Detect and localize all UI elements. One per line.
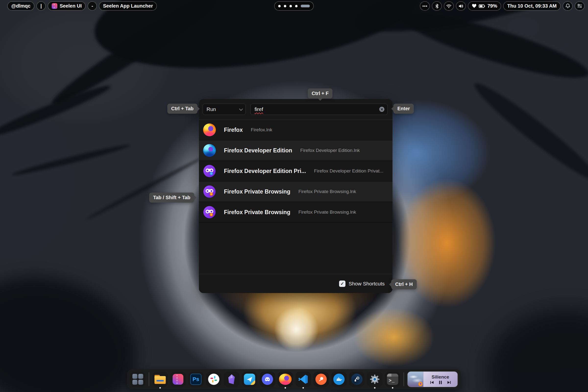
- file-explorer-icon: [154, 375, 166, 384]
- workspace-dot[interactable]: [290, 5, 292, 7]
- result-row-firefox-private[interactable]: Firefox Private Browsing Firefox Private…: [199, 182, 392, 202]
- result-row-firefox-developer[interactable]: Firefox Developer Edition Firefox Develo…: [199, 140, 392, 161]
- discord-icon: [262, 374, 273, 385]
- launcher-header: Run firef ✕: [199, 99, 392, 120]
- next-track-button[interactable]: [447, 380, 451, 384]
- dock-item-settings[interactable]: [367, 372, 382, 387]
- postman-icon: [316, 374, 327, 385]
- bluetooth-button[interactable]: [432, 2, 442, 10]
- photoshop-icon: Ps: [190, 374, 202, 385]
- separator-pipe-pill: |: [36, 2, 46, 10]
- tooltip-search-focus: Ctrl + F: [308, 88, 332, 98]
- result-path: Firefox Private Browsing.lnk: [298, 189, 356, 194]
- gear-icon: [370, 374, 380, 385]
- mode-select[interactable]: Run: [202, 104, 246, 115]
- dock-item-terminal[interactable]: >_: [385, 372, 400, 387]
- media-controls: [430, 380, 451, 384]
- dock-item-start-menu[interactable]: [130, 372, 146, 387]
- media-player-widget[interactable]: Silience: [408, 372, 458, 387]
- dock-item-postman[interactable]: [314, 372, 329, 387]
- dock: Ps: [127, 369, 461, 389]
- launcher-footer: ✓ Show Shortcuts: [199, 274, 392, 293]
- running-indicator: [374, 387, 376, 388]
- quick-settings-icon: [577, 4, 582, 8]
- battery-pill[interactable]: 79%: [468, 2, 501, 10]
- results-list: Firefox Firefox.lnk Firefox Developer Ed…: [199, 120, 392, 223]
- result-path: Firefox Developer Edition Privat...: [314, 168, 384, 174]
- workspace-dot[interactable]: [278, 5, 281, 7]
- result-name: Firefox Private Browsing: [224, 188, 290, 195]
- pause-button[interactable]: [439, 380, 442, 384]
- workspace-dot[interactable]: [295, 5, 298, 7]
- dock-item-firefox[interactable]: [278, 372, 293, 387]
- wallpaper-lash: [469, 76, 588, 188]
- result-row-firefox[interactable]: Firefox Firefox.lnk: [199, 120, 392, 140]
- user-label: @dlmqc: [11, 3, 30, 9]
- battery-percent: 79%: [487, 3, 497, 9]
- wallpaper-lash: [0, 81, 112, 142]
- quick-settings-button[interactable]: [575, 2, 584, 10]
- workspace-pill[interactable]: [274, 2, 314, 10]
- seelen-ui-pill[interactable]: Seelen UI: [48, 2, 86, 10]
- dock-item-photoshop[interactable]: Ps: [188, 372, 204, 387]
- dock-item-docker[interactable]: [332, 372, 347, 387]
- dock-item-steam[interactable]: [349, 372, 364, 387]
- result-name: Firefox Developer Edition Pri...: [224, 168, 306, 174]
- seelen-logo-icon: [52, 3, 57, 9]
- notifications-button[interactable]: [563, 2, 572, 10]
- seelen-ui-icon: [173, 374, 184, 385]
- user-pill[interactable]: @dlmqc: [7, 2, 34, 10]
- firefox-private-icon: [203, 185, 216, 198]
- volume-button[interactable]: [456, 2, 466, 10]
- wallpaper-lash: [11, 142, 131, 178]
- dock-item-discord[interactable]: [260, 372, 275, 387]
- result-row-firefox-dev-private[interactable]: Firefox Developer Edition Pri... Firefox…: [199, 161, 392, 182]
- separator-dash-pill: -: [88, 2, 97, 10]
- running-indicator: [285, 387, 286, 388]
- active-window-label: Seelen App Launcher: [103, 3, 153, 9]
- clock-pill[interactable]: Thu 10 Oct, 09:33 AM: [503, 2, 560, 10]
- search-query-text: firef: [254, 106, 263, 112]
- show-shortcuts-label: Show Shortcuts: [349, 281, 385, 287]
- firefox-icon: [203, 124, 216, 136]
- workspace-active-indicator[interactable]: [301, 5, 310, 7]
- dock-separator: [149, 372, 149, 386]
- overflow-menu-button[interactable]: [420, 2, 430, 10]
- show-shortcuts-checkbox[interactable]: ✓: [339, 280, 346, 287]
- firefox-mini-icon: [418, 382, 422, 386]
- top-bar: @dlmqc | Seelen UI - Seelen App Launcher: [0, 2, 588, 11]
- running-indicator: [392, 387, 394, 388]
- firefox-developer-icon: [203, 144, 216, 157]
- mode-select-value: Run: [206, 106, 216, 112]
- dock-item-spark-mail[interactable]: [242, 372, 257, 387]
- result-name: Firefox: [224, 127, 243, 133]
- media-album-art: [408, 372, 423, 387]
- battery-icon: [479, 4, 485, 8]
- media-title: Silience: [432, 374, 449, 380]
- dock-separator: [404, 372, 404, 386]
- previous-track-button[interactable]: [430, 380, 434, 384]
- result-path: Firefox Private Browsing.lnk: [298, 210, 356, 215]
- tooltip-switch-mode: Ctrl + Tab: [167, 104, 198, 114]
- result-path: Firefox Developer Edition.lnk: [300, 148, 360, 153]
- tooltip-toggle-shortcuts: Ctrl + H: [391, 279, 417, 289]
- bluetooth-icon: [435, 4, 439, 8]
- dock-item-file-explorer[interactable]: [153, 372, 168, 387]
- topbar-left-group: @dlmqc | Seelen UI - Seelen App Launcher: [7, 2, 157, 10]
- search-input[interactable]: firef ✕: [250, 104, 388, 115]
- wifi-button[interactable]: [444, 2, 454, 10]
- result-path: Firefox.lnk: [251, 127, 272, 132]
- result-name: Firefox Private Browsing: [224, 209, 290, 216]
- dock-item-seelen-ui[interactable]: [170, 372, 186, 387]
- workspace-dot[interactable]: [284, 5, 286, 7]
- dock-item-slack[interactable]: [206, 372, 222, 387]
- clock-label: Thu 10 Oct, 09:33 AM: [507, 3, 557, 9]
- app-launcher-panel: Run firef ✕ Firefox Firefox.lnk Firefox …: [199, 99, 392, 293]
- dock-item-obsidian[interactable]: [224, 372, 239, 387]
- result-row-firefox-private-2[interactable]: Firefox Private Browsing Firefox Private…: [199, 202, 392, 223]
- clear-search-button[interactable]: ✕: [379, 107, 384, 112]
- workspace-indicator: [274, 2, 314, 10]
- topbar-right-group: 79% Thu 10 Oct, 09:33 AM: [420, 2, 584, 10]
- dock-item-vscode[interactable]: [296, 372, 311, 387]
- active-window-pill[interactable]: Seelen App Launcher: [99, 2, 157, 10]
